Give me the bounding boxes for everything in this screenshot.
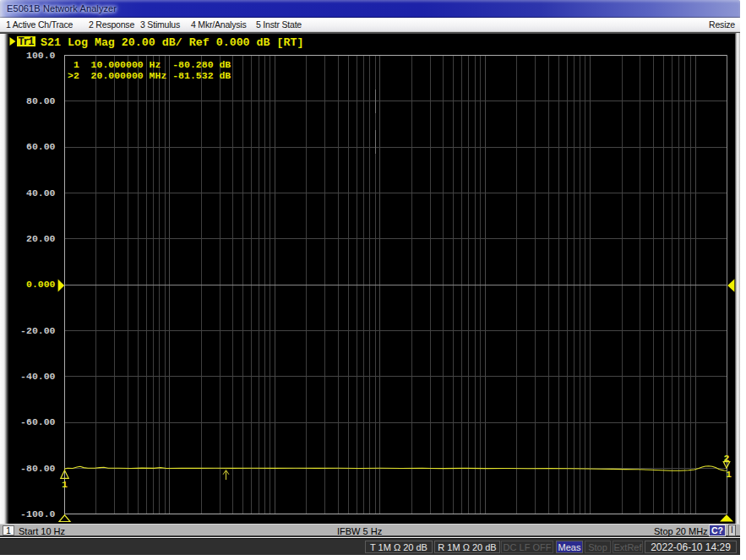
svg-text:80.00: 80.00	[26, 95, 56, 106]
svg-text:-20.00: -20.00	[20, 325, 56, 336]
svg-text:-80.00: -80.00	[20, 463, 56, 474]
svg-text:40.00: 40.00	[26, 188, 56, 198]
svg-text:20.00: 20.00	[26, 233, 56, 244]
svg-text:100.0: 100.0	[26, 50, 56, 61]
svg-text:1: 1	[62, 479, 68, 490]
svg-text:1 10.000000 Hz -80.280 dB: 1 10.000000 Hz -80.280 dB	[68, 59, 231, 70]
svg-text:>2 20.000000 MHz -81.532 dB: >2 20.000000 MHz -81.532 dB	[68, 70, 231, 81]
svg-text:0.000: 0.000	[26, 279, 56, 290]
svg-text:S21 Log Mag 20.00 dB/ Ref 0.00: S21 Log Mag 20.00 dB/ Ref 0.000 dB [RT]	[41, 36, 304, 49]
svg-text:1: 1	[726, 469, 732, 480]
svg-text:2: 2	[724, 453, 730, 464]
svg-text:-40.00: -40.00	[20, 371, 56, 382]
svg-text:-100.0: -100.0	[20, 508, 56, 519]
svg-text:Tr1: Tr1	[19, 36, 35, 48]
svg-text:60.00: 60.00	[26, 141, 56, 152]
svg-text:-60.00: -60.00	[20, 416, 56, 427]
